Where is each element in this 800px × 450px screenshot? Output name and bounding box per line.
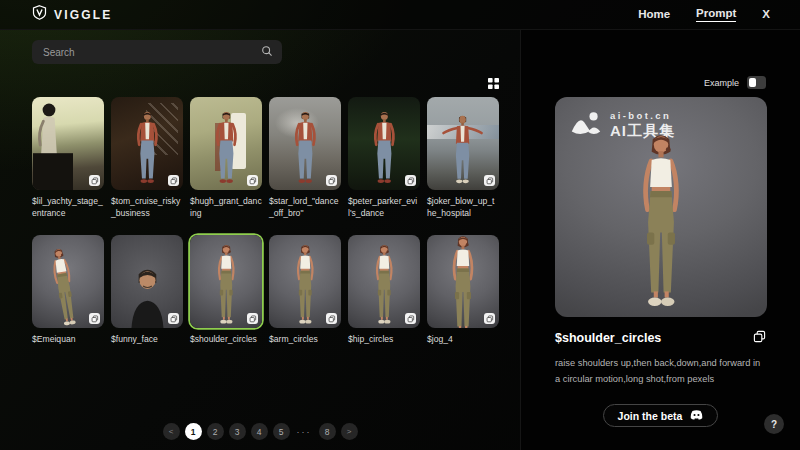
detail-title-row: $shoulder_circles [555,329,766,347]
template-label: $tom_cruise_risky_business [111,196,183,219]
template-label: $peter_parker_evil's_dance [348,196,420,219]
template-label: $lil_yachty_stage_entrance [32,196,104,219]
template-label: $jog_4 [427,334,499,346]
search-input[interactable] [43,47,261,58]
template-card[interactable]: $joker_blow_up_the_hospital [427,97,499,219]
nav-x[interactable]: X [762,8,770,22]
template-thumbnail[interactable] [32,97,104,190]
template-label: $Emeiquan [32,334,104,346]
template-label: $funny_face [111,334,183,346]
template-thumbnail[interactable] [190,97,262,190]
pagination-page-8[interactable]: 8 [319,423,336,440]
template-thumbnail[interactable] [269,235,341,328]
brand[interactable]: VIGGLE [32,5,113,24]
preview-card: ai-bot.cn AI工具集 [555,97,767,317]
pagination-page-4[interactable]: 4 [251,423,268,440]
detail-panel: Example ai-bot.cn AI工具集 $sh [520,30,800,450]
prompt-description: raise shoulders up,then back,down,and fo… [555,356,766,387]
discord-icon [690,410,703,422]
template-thumbnail[interactable] [348,97,420,190]
pagination-page-1[interactable]: 1 [185,423,202,440]
view-toolbar [32,76,500,90]
template-thumbnail[interactable] [269,97,341,190]
copy-icon[interactable] [89,313,100,324]
copy-icon[interactable] [484,175,495,186]
join-row: Join the beta [555,404,766,427]
copy-icon[interactable] [405,175,416,186]
template-card[interactable]: $arm_circles [269,235,341,346]
preview-person-image [628,131,694,309]
join-beta-label: Join the beta [618,410,683,422]
template-grid: $lil_yachty_stage_entrance $tom_cruise_r… [32,97,500,346]
help-button[interactable]: ? [764,414,784,434]
pagination-page-3[interactable]: 3 [229,423,246,440]
template-thumbnail[interactable] [190,235,262,328]
pagination-page-2[interactable]: 2 [207,423,224,440]
join-beta-button[interactable]: Join the beta [603,404,719,427]
example-row: Example [555,76,766,89]
template-card[interactable]: $lil_yachty_stage_entrance [32,97,104,219]
toggle-knob [749,78,756,87]
template-thumbnail[interactable] [427,235,499,328]
copy-icon[interactable] [326,175,337,186]
template-label: $shoulder_circles [190,334,262,346]
viggle-app: VIGGLE Home Prompt X [0,0,800,450]
nav-home[interactable]: Home [638,8,670,22]
example-label: Example [704,78,739,88]
pagination-prev[interactable]: < [163,423,180,440]
copy-icon[interactable] [405,313,416,324]
brand-name: VIGGLE [54,8,113,22]
copy-icon[interactable] [247,313,258,324]
template-card[interactable]: $shoulder_circles [190,235,262,346]
copy-icon[interactable] [168,313,179,324]
template-thumbnail[interactable] [111,97,183,190]
top-bar: VIGGLE Home Prompt X [0,0,800,30]
template-card[interactable]: $peter_parker_evil's_dance [348,97,420,219]
copy-icon[interactable] [484,313,495,324]
main-nav: Home Prompt X [638,7,770,22]
ai-bot-logo-icon [570,110,602,141]
template-thumbnail[interactable] [111,235,183,328]
example-toggle[interactable] [747,76,766,89]
template-card[interactable]: $hugh_grant_dancing [190,97,262,219]
search-box[interactable] [32,40,282,64]
template-label: $star_lord_"dance_off_bro" [269,196,341,219]
template-card[interactable]: $Emeiquan [32,235,104,346]
template-thumbnail[interactable] [427,97,499,190]
template-card[interactable]: $funny_face [111,235,183,346]
pagination-page-5[interactable]: 5 [273,423,290,440]
search-icon[interactable] [261,43,273,61]
watermark-domain: ai-bot.cn [610,111,675,122]
template-label: $hip_circles [348,334,420,346]
template-label: $hugh_grant_dancing [190,196,262,219]
copy-prompt-icon[interactable] [753,329,766,347]
copy-icon[interactable] [89,175,100,186]
template-card[interactable]: $jog_4 [427,235,499,346]
template-card[interactable]: $hip_circles [348,235,420,346]
copy-icon[interactable] [168,175,179,186]
pagination-ellipsis: ··· [297,427,312,437]
template-thumbnail[interactable] [32,235,104,328]
nav-prompt[interactable]: Prompt [696,7,736,22]
template-card[interactable]: $star_lord_"dance_off_bro" [269,97,341,219]
grid-view-icon[interactable] [487,76,500,90]
copy-icon[interactable] [326,313,337,324]
template-label: $arm_circles [269,334,341,346]
template-card[interactable]: $tom_cruise_risky_business [111,97,183,219]
viggle-logo-icon [32,5,47,24]
pagination: <12345···8> [0,423,520,440]
template-thumbnail[interactable] [348,235,420,328]
copy-icon[interactable] [247,175,258,186]
template-label: $joker_blow_up_the_hospital [427,196,499,219]
detail-title: $shoulder_circles [555,331,661,345]
gallery-panel: $lil_yachty_stage_entrance $tom_cruise_r… [0,30,520,450]
pagination-next[interactable]: > [341,423,358,440]
